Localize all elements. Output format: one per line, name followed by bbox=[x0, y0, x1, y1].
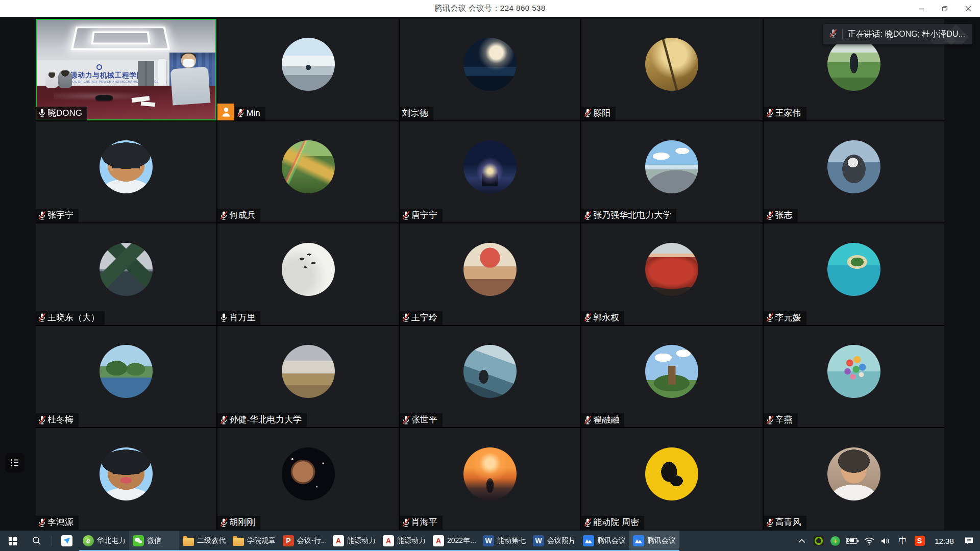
start-button[interactable] bbox=[0, 531, 24, 551]
participant-tile[interactable]: 张志 bbox=[764, 121, 944, 223]
taskbar-app-folder[interactable]: 学院规章... bbox=[229, 531, 279, 551]
notification-center-button[interactable] bbox=[961, 531, 977, 551]
avatar-mountain-water-reflection bbox=[100, 243, 153, 296]
nameplate: 辛燕 bbox=[764, 413, 798, 427]
avatar-overcast-desert-field bbox=[282, 345, 335, 398]
participant-tile[interactable]: 胡刚刚 bbox=[217, 428, 398, 530]
participant-tile[interactable]: 李鸿源 bbox=[36, 428, 216, 530]
nameplate: 王宁玲 bbox=[400, 311, 443, 325]
nameplate: 滕阳 bbox=[581, 107, 616, 120]
taskbar-app-meeting[interactable]: 腾讯会议 bbox=[629, 531, 679, 551]
taskbar-app-pdf[interactable]: A能源动力... bbox=[379, 531, 429, 551]
close-button[interactable] bbox=[957, 0, 980, 17]
taskbar-app-word[interactable]: W会议照片... bbox=[529, 531, 579, 551]
participant-tile[interactable]: 张宇宁 bbox=[36, 121, 216, 223]
taskbar-app-label: 微信 bbox=[147, 536, 176, 545]
sogou-input-button[interactable]: S bbox=[911, 531, 928, 551]
participant-name: 滕阳 bbox=[593, 108, 610, 118]
participant-tile[interactable]: 张世平 bbox=[400, 326, 580, 428]
taskbar-divider bbox=[52, 536, 52, 546]
participant-tile[interactable]: 刘宗德 bbox=[400, 19, 580, 120]
mic-muted-icon bbox=[402, 211, 410, 220]
participant-tile[interactable]: 唐宁宁 bbox=[400, 121, 580, 223]
avatar-ink-painting-birds bbox=[282, 243, 335, 296]
speaking-indicator: 正在讲话: 晓DONG; 杜小泽DU... bbox=[823, 24, 972, 44]
mic-muted-icon bbox=[220, 518, 228, 528]
participant-tile[interactable]: 能动院 周密 bbox=[581, 428, 762, 530]
ceiling-light bbox=[91, 31, 151, 44]
taskbar-clock[interactable]: 12:38 bbox=[928, 537, 961, 545]
nameplate: 张乃强华北电力大学 bbox=[581, 209, 676, 222]
nameplate: 郭永权 bbox=[581, 311, 624, 325]
mic-muted-icon bbox=[584, 313, 592, 322]
participant-name: 王晓东（大） bbox=[47, 313, 100, 323]
mic-muted-icon bbox=[766, 313, 774, 322]
minimize-button[interactable] bbox=[910, 0, 933, 17]
person-left bbox=[58, 70, 72, 88]
participant-tile[interactable]: 郭永权 bbox=[581, 223, 762, 325]
nameplate-row: 李元媛 bbox=[764, 311, 806, 325]
taskbar-app-ppt[interactable]: P会议-行... bbox=[279, 531, 329, 551]
participant-tile[interactable]: 王晓东（大） bbox=[36, 223, 216, 325]
mic-muted-icon bbox=[766, 518, 774, 528]
member-list-toggle-button[interactable] bbox=[5, 453, 24, 472]
participant-tile[interactable]: 翟融融 bbox=[581, 326, 762, 428]
participant-name: 孙健-华北电力大学 bbox=[229, 415, 302, 425]
notification-icon bbox=[964, 537, 974, 545]
participant-tile[interactable]: 王宁玲 bbox=[400, 223, 580, 325]
tray-expand-button[interactable] bbox=[793, 531, 810, 551]
taskbar-app-folder[interactable]: 二级教代... bbox=[179, 531, 229, 551]
battery-icon bbox=[846, 537, 859, 544]
wifi-tray-button[interactable] bbox=[861, 531, 877, 551]
avatar-golden-classical-painting bbox=[645, 38, 698, 91]
taskbar-app-label: 能源动力... bbox=[397, 536, 426, 545]
wechat-icon bbox=[133, 535, 144, 546]
word-icon: W bbox=[483, 535, 494, 546]
participant-tile[interactable]: 李元媛 bbox=[764, 223, 944, 325]
participant-tile[interactable]: 孙健-华北电力大学 bbox=[217, 326, 398, 428]
mic-muted-icon bbox=[402, 518, 410, 528]
volume-tray-button[interactable] bbox=[877, 531, 894, 551]
participant-tile[interactable]: 张乃强华北电力大学 bbox=[581, 121, 762, 223]
participant-tile[interactable]: 辛燕 bbox=[764, 326, 944, 428]
taskbar-app-label: 2022年... bbox=[447, 536, 476, 545]
avatar-highway-blue-sky bbox=[645, 140, 698, 193]
participant-name: 王家伟 bbox=[775, 108, 801, 118]
participant-tile[interactable]: 肖海平 bbox=[400, 428, 580, 530]
chevron-up-icon bbox=[798, 539, 805, 543]
pinned-dingtalk-button[interactable] bbox=[55, 531, 79, 551]
taskbar-app-word[interactable]: W能动第七... bbox=[479, 531, 529, 551]
participant-grid: 能源动力与机械工程学院 SCHOOL OF ENERGY POWER AND M… bbox=[36, 19, 944, 530]
security-tray-button[interactable]: + bbox=[827, 531, 844, 551]
taskbar-app-meeting[interactable]: 腾讯会议 bbox=[579, 531, 629, 551]
mic-muted-icon bbox=[38, 313, 46, 322]
mic-muted-icon bbox=[584, 108, 592, 118]
nameplate-row: 高青风 bbox=[764, 516, 806, 530]
taskbar-app-label: 学院规章... bbox=[247, 536, 276, 545]
wifi-icon bbox=[864, 537, 874, 545]
nameplate-row: 唐宁宁 bbox=[400, 209, 443, 222]
participant-tile[interactable]: 杜冬梅 bbox=[36, 326, 216, 428]
ime-indicator[interactable]: 中 bbox=[894, 531, 911, 551]
participant-tile[interactable]: Min bbox=[217, 19, 398, 120]
participant-tile[interactable]: 肖万里 bbox=[217, 223, 398, 325]
nameplate: 肖海平 bbox=[400, 516, 443, 530]
restore-button[interactable] bbox=[933, 0, 957, 17]
nvidia-tray-button[interactable] bbox=[810, 531, 827, 551]
search-button[interactable] bbox=[24, 531, 49, 551]
participant-tile[interactable]: 能源动力与机械工程学院 SCHOOL OF ENERGY POWER AND M… bbox=[36, 19, 216, 120]
avatar-hiker-overlooking-valley bbox=[463, 345, 517, 398]
participant-name: 李鸿源 bbox=[47, 517, 74, 528]
taskbar-app-pdf[interactable]: A2022年... bbox=[429, 531, 479, 551]
taskbar-app-browser-e[interactable]: e华北电力... bbox=[79, 531, 129, 551]
avatar-yellow-black-cat-logo bbox=[645, 447, 698, 500]
participant-tile[interactable]: 高青风 bbox=[764, 428, 944, 530]
participant-tile[interactable]: 滕阳 bbox=[581, 19, 762, 120]
battery-tray-button[interactable] bbox=[844, 531, 861, 551]
taskbar-app-pdf[interactable]: A能源动力... bbox=[329, 531, 379, 551]
taskbar-app-wechat[interactable]: 微信 bbox=[129, 531, 179, 551]
taskbar-app-label: 华北电力... bbox=[97, 536, 126, 545]
participant-tile[interactable]: 何成兵 bbox=[217, 121, 398, 223]
windows-taskbar: e华北电力...微信二级教代...学院规章...P会议-行...A能源动力...… bbox=[0, 531, 980, 551]
live-video-feed: 能源动力与机械工程学院 SCHOOL OF ENERGY POWER AND M… bbox=[36, 19, 216, 120]
